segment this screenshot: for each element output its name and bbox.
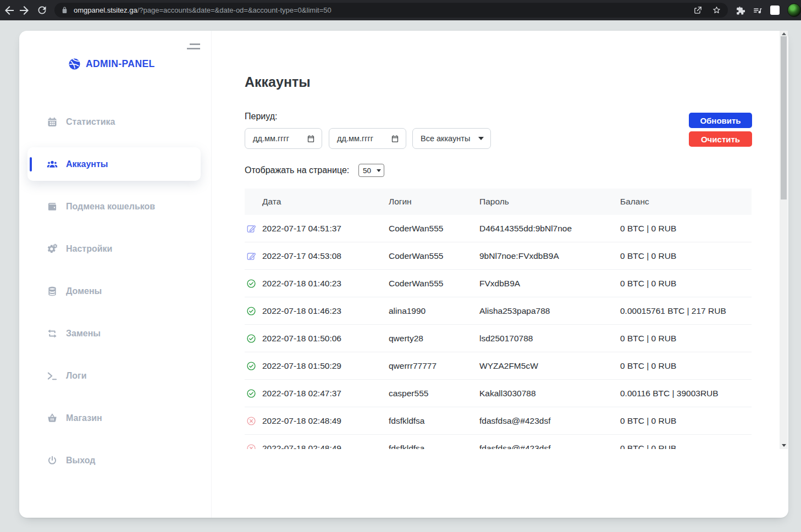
edit-icon[interactable] [246, 251, 256, 261]
per-page-value: 50 [363, 167, 371, 175]
table-body: 2022-07-17 04:51:37 CoderWan555 D4641435… [245, 215, 752, 449]
cell-login: CoderWan555 [389, 279, 479, 289]
per-page-select[interactable]: 50 [358, 164, 384, 177]
table-row: 2022-07-18 01:46:23 alina1990 Alisha253p… [245, 297, 752, 325]
media-playlist-icon[interactable] [753, 5, 763, 15]
sidebar-item-label: Подмена кошельков [66, 202, 155, 212]
sidebar: ADMIN-PANEL Статистика Аккаунты Подмена [19, 31, 212, 518]
sidebar-item-label: Выход [66, 456, 95, 465]
sidebar-item-label: Логи [66, 371, 87, 381]
back-icon[interactable] [3, 4, 16, 17]
cell-login: fdsfkldfsa [389, 444, 479, 450]
table-row: 2022-07-18 02:48:49 fdsfkldfsa fdasfdsa@… [245, 407, 752, 435]
chevron-down-icon [478, 137, 484, 140]
sidebar-item-label: Аккаунты [66, 159, 108, 169]
sidebar-toggle-icon[interactable] [186, 42, 201, 52]
cell-date: 2022-07-18 02:48:49 [262, 444, 389, 450]
scrollbar[interactable] [780, 31, 788, 449]
sidebar-item-domains[interactable]: Домены [19, 270, 211, 312]
forward-icon[interactable] [18, 4, 31, 17]
cell-balance: 0 BTC | 0 RUB [620, 251, 752, 261]
column-header: Баланс [620, 197, 752, 207]
date-from-input[interactable]: дд.мм.гггг [245, 128, 322, 149]
reload-icon[interactable] [36, 4, 48, 16]
url-text: omgpanel.stsitez.ga/?page=accounts&date=… [74, 6, 332, 14]
brand-logo-icon [68, 58, 81, 70]
column-header: Пароль [479, 197, 620, 207]
cell-balance: 0 BTC | 0 RUB [620, 279, 752, 289]
sidebar-item-settings[interactable]: Настройки [19, 228, 211, 270]
bookmark-star-icon[interactable] [712, 5, 721, 15]
scroll-down-arrow-icon[interactable] [782, 444, 786, 447]
brand: ADMIN-PANEL [68, 58, 155, 70]
swap-arrows-icon [47, 328, 58, 339]
share-icon[interactable] [693, 5, 703, 15]
table-header: ДатаЛогинПарольБаланс [245, 189, 752, 215]
cell-balance: 0 BTC | 0 RUB [620, 416, 752, 426]
cell-balance: 0 BTC | 0 RUB [620, 334, 752, 343]
table-row: 2022-07-18 01:50:06 qwerty28 lsd25017078… [245, 325, 752, 352]
cross-circle-icon [246, 416, 256, 426]
sidebar-item-accounts[interactable]: Аккаунты [27, 147, 201, 181]
check-circle-icon [246, 279, 256, 289]
edit-icon[interactable] [246, 224, 256, 234]
cell-date: 2022-07-18 01:50:29 [262, 361, 389, 371]
scroll-up-arrow-icon[interactable] [782, 32, 786, 35]
cell-date: 2022-07-18 02:47:37 [262, 389, 389, 398]
url-bar[interactable]: omgpanel.stsitez.ga/?page=accounts&date=… [54, 3, 728, 18]
sidebar-item-logout[interactable]: Выход [19, 439, 211, 481]
wallet-icon [47, 201, 58, 212]
cell-date: 2022-07-17 04:51:37 [262, 224, 389, 234]
basket-icon [47, 413, 58, 424]
sidebar-item-wallet-substitution[interactable]: Подмена кошельков [19, 185, 211, 228]
lock-icon[interactable] [61, 7, 68, 14]
accounts-table: ДатаЛогинПарольБаланс 2022-07-17 04:51:3… [245, 189, 752, 449]
check-circle-icon [246, 389, 256, 398]
table-row: 2022-07-17 04:53:08 CoderWan555 9bNl7noe… [245, 242, 752, 270]
refresh-button[interactable]: Обновить [689, 113, 752, 128]
table-row: 2022-07-17 04:51:37 CoderWan555 D4641435… [245, 215, 752, 242]
sidebar-item-shop[interactable]: Магазин [19, 397, 211, 439]
sidebar-item-label: Статистика [66, 117, 115, 127]
users-group-icon [47, 159, 58, 170]
power-icon [47, 455, 58, 466]
check-circle-icon [246, 306, 256, 316]
scrollbar-thumb[interactable] [781, 36, 787, 199]
date-to-input[interactable]: дд.мм.гггг [329, 128, 406, 149]
url-path: /?page=accounts&date=&date-od=&account-t… [137, 6, 332, 14]
calendar-picker-icon[interactable] [391, 135, 399, 143]
terminal-icon [47, 370, 58, 381]
brand-name: ADMIN-PANEL [86, 58, 155, 70]
cell-password: Kakall3030788 [479, 389, 620, 398]
account-type-select[interactable]: Все аккаунты [412, 128, 491, 149]
sidebar-item-logs[interactable]: Логи [19, 354, 211, 397]
cell-login: qwerty28 [389, 334, 479, 343]
url-host: omgpanel.stsitez.ga [74, 6, 137, 14]
cell-balance: 0.00015761 BTC | 217 RUB [620, 306, 752, 316]
account-type-value: Все аккаунты [421, 134, 470, 143]
cell-password: 9bNl7noe:FVxdbB9A [479, 251, 620, 261]
page-title: Аккаунты [245, 74, 311, 90]
clear-button[interactable]: Очистить [689, 131, 752, 147]
cell-password: Alisha253papa788 [479, 306, 620, 316]
cell-date: 2022-07-18 01:50:06 [262, 334, 389, 343]
sidebar-item-statistics[interactable]: Статистика [19, 101, 211, 143]
column-header: Логин [389, 197, 479, 207]
cell-balance: 0 BTC | 0 RUB [620, 361, 752, 371]
cell-date: 2022-07-17 04:53:08 [262, 251, 389, 261]
calendar-picker-icon[interactable] [307, 135, 315, 143]
column-header: Дата [262, 197, 389, 207]
cross-circle-icon [246, 444, 256, 450]
extensions-puzzle-icon[interactable] [735, 5, 745, 15]
cell-password: fdasfdsa@#423dsf [479, 444, 620, 450]
cell-date: 2022-07-18 01:40:23 [262, 279, 389, 289]
cell-date: 2022-07-18 01:46:23 [262, 306, 389, 316]
sidebar-item-replacements[interactable]: Замены [19, 312, 211, 354]
per-page-label: Отображать на странице: [245, 165, 349, 175]
cell-date: 2022-07-18 02:48:49 [262, 416, 389, 426]
table-row: 2022-07-18 01:40:23 CoderWan555 FVxdbB9A… [245, 270, 752, 297]
side-panel-icon[interactable] [770, 5, 780, 15]
cell-login: qwerrr77777 [389, 361, 479, 371]
cell-login: fdsfkldfsa [389, 416, 479, 426]
profile-avatar[interactable] [787, 3, 801, 17]
